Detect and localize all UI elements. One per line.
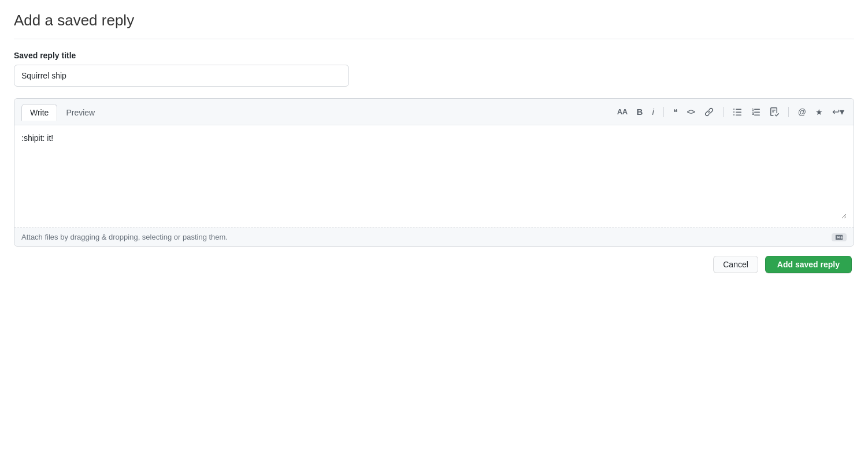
tabs-group: Write Preview (21, 103, 103, 120)
toolbar-separator-2 (723, 107, 724, 117)
header-icon[interactable]: AA (615, 106, 630, 117)
attach-text: Attach files by dragging & dropping, sel… (21, 233, 228, 241)
page-title: Add a saved reply (14, 12, 854, 39)
bookmark-icon[interactable]: ★ (813, 106, 825, 118)
form-section: Saved reply title (14, 51, 854, 87)
link-icon[interactable] (702, 106, 716, 118)
reply-textarea[interactable]: :shipit: it! (21, 132, 847, 219)
editor-container: Write Preview AA B i ❝ <> (14, 98, 854, 247)
tab-write[interactable]: Write (21, 104, 57, 121)
mention-icon[interactable]: @ (796, 106, 808, 118)
toolbar-icons: AA B i ❝ <> (615, 105, 847, 118)
title-field-label: Saved reply title (14, 51, 854, 60)
reply-content-area: :shipit: it! (14, 125, 854, 228)
tab-preview[interactable]: Preview (57, 104, 103, 121)
quote-icon[interactable]: ❝ (671, 106, 680, 118)
italic-icon[interactable]: i (650, 106, 656, 118)
markdown-badge (832, 233, 847, 241)
toolbar-separator-1 (663, 107, 664, 117)
task-list-icon[interactable] (767, 106, 781, 118)
editor-footer: Attach files by dragging & dropping, sel… (14, 228, 854, 246)
actions-row: Cancel Add saved reply (14, 256, 854, 273)
editor-tabs-toolbar: Write Preview AA B i ❝ <> (14, 99, 854, 125)
bold-icon[interactable]: B (635, 106, 646, 118)
title-input[interactable] (14, 65, 349, 87)
code-icon[interactable]: <> (685, 107, 698, 117)
unordered-list-icon[interactable] (730, 106, 744, 118)
add-reply-button[interactable]: Add saved reply (765, 256, 852, 273)
toolbar-separator-3 (788, 107, 789, 117)
cancel-button[interactable]: Cancel (713, 256, 758, 273)
ordered-list-icon[interactable] (749, 106, 763, 118)
reply-icon[interactable]: ↩▾ (830, 105, 847, 118)
